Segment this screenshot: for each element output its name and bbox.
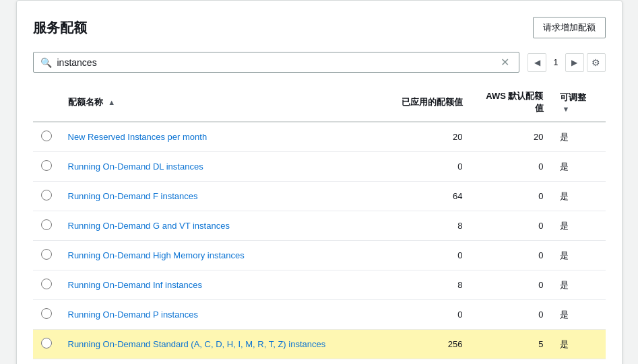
quota-name-link[interactable]: Running On-Demand Inf instances [68, 280, 202, 290]
row-radio[interactable] [41, 131, 52, 141]
col-quota-name[interactable]: 配额名称 ▲ [60, 83, 377, 122]
quota-name-link[interactable]: Running On-Demand G and VT instances [68, 221, 230, 231]
adjustable-value: 是 [552, 330, 606, 359]
adjustable-value: 是 [552, 359, 606, 365]
aws-default-value: 5 [471, 330, 552, 359]
quota-name-link[interactable]: New Reserved Instances per month [68, 132, 208, 142]
table-row: Running On-Demand X instances00是 [33, 359, 606, 365]
applied-value: 256 [377, 330, 471, 359]
page-title: 服务配额 [33, 19, 87, 37]
quota-name-link[interactable]: Running On-Demand P instances [68, 310, 198, 320]
applied-value: 0 [377, 300, 471, 330]
table-row: Running On-Demand DL instances00是 [33, 152, 606, 182]
search-row: 🔍 ✕ ◀ 1 ▶ ⚙ [33, 52, 606, 73]
pagination-bar: ◀ 1 ▶ ⚙ [528, 53, 605, 72]
table-body: New Reserved Instances per month2020是Run… [33, 122, 606, 364]
aws-default-value: 0 [471, 152, 552, 182]
panel-header: 服务配额 请求增加配额 [33, 17, 606, 38]
applied-value: 0 [377, 359, 471, 365]
adjustable-value: 是 [552, 122, 606, 152]
applied-value: 8 [377, 270, 471, 300]
quota-name-link[interactable]: Running On-Demand DL instances [68, 161, 203, 172]
aws-default-value: 0 [471, 182, 552, 211]
col-applied: 已应用的配额值 [377, 83, 471, 122]
applied-value: 64 [377, 182, 471, 211]
row-radio[interactable] [41, 160, 52, 171]
clear-search-button[interactable]: ✕ [498, 56, 512, 69]
quota-table: 配额名称 ▲ 已应用的配额值 AWS 默认配额值 可调整 ▼ New Reser… [33, 83, 606, 364]
adjustable-value: 是 [552, 241, 606, 270]
aws-default-value: 0 [471, 359, 552, 365]
adjustable-value: 是 [552, 182, 606, 211]
quota-name-link[interactable]: Running On-Demand F instances [68, 191, 198, 201]
sort-arrow-icon: ▲ [108, 98, 115, 106]
table-row: Running On-Demand P instances00是 [33, 300, 606, 330]
table-row: Running On-Demand G and VT instances80是 [33, 211, 606, 241]
row-radio[interactable] [41, 279, 52, 289]
table-row: Running On-Demand Inf instances80是 [33, 270, 606, 300]
quota-name-link[interactable]: Running On-Demand High Memory instances [68, 250, 245, 260]
adjustable-value: 是 [552, 300, 606, 330]
aws-default-value: 0 [471, 270, 552, 300]
aws-default-value: 0 [471, 300, 552, 330]
quota-name-link[interactable]: Running On-Demand Standard (A, C, D, H, … [68, 339, 326, 349]
table-row: Running On-Demand High Memory instances0… [33, 241, 606, 270]
search-bar: 🔍 ✕ [33, 52, 520, 73]
aws-default-value: 20 [471, 122, 552, 152]
search-input[interactable] [57, 57, 499, 68]
aws-default-value: 0 [471, 211, 552, 241]
table-settings-button[interactable]: ⚙ [587, 53, 606, 72]
applied-value: 0 [377, 152, 471, 182]
request-quota-button[interactable]: 请求增加配额 [533, 17, 606, 38]
search-icon: 🔍 [40, 57, 52, 68]
prev-page-button[interactable]: ◀ [528, 53, 546, 72]
table-header-row: 配额名称 ▲ 已应用的配额值 AWS 默认配额值 可调整 ▼ [33, 83, 606, 122]
col-radio [33, 83, 60, 122]
filter-arrow-icon: ▼ [563, 105, 570, 113]
row-radio[interactable] [41, 308, 52, 319]
applied-value: 8 [377, 211, 471, 241]
col-aws-default: AWS 默认配额值 [471, 83, 552, 122]
row-radio[interactable] [41, 338, 52, 349]
adjustable-value: 是 [552, 152, 606, 182]
next-page-button[interactable]: ▶ [565, 53, 584, 72]
page-number: 1 [549, 57, 562, 67]
applied-value: 20 [377, 122, 471, 152]
row-radio[interactable] [41, 190, 52, 201]
adjustable-value: 是 [552, 270, 606, 300]
aws-default-value: 0 [471, 241, 552, 270]
row-radio[interactable] [41, 249, 52, 260]
service-quota-panel: 服务配额 请求增加配额 🔍 ✕ ◀ 1 ▶ ⚙ 配额名称 ▲ 已应用的配额值 [16, 0, 623, 364]
table-row: New Reserved Instances per month2020是 [33, 122, 606, 152]
applied-value: 0 [377, 241, 471, 270]
col-adjustable[interactable]: 可调整 ▼ [552, 83, 606, 122]
row-radio[interactable] [41, 219, 52, 230]
table-row: Running On-Demand Standard (A, C, D, H, … [33, 330, 606, 359]
adjustable-value: 是 [552, 211, 606, 241]
table-row: Running On-Demand F instances640是 [33, 182, 606, 211]
